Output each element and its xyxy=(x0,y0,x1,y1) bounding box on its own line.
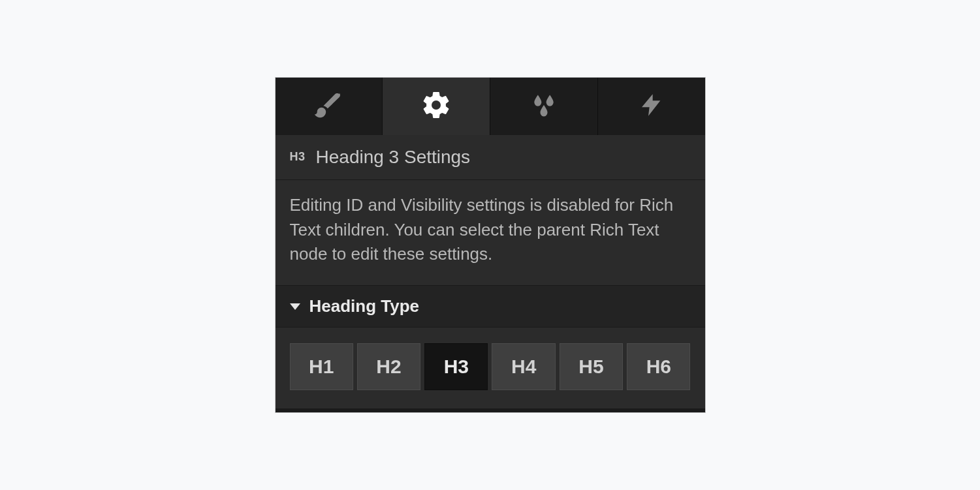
heading-type-h4[interactable]: H4 xyxy=(492,343,555,390)
h3-badge-icon: H3 xyxy=(290,150,306,164)
heading-type-section-header[interactable]: Heading Type xyxy=(276,286,705,328)
tab-settings[interactable] xyxy=(383,78,490,135)
tab-interactions[interactable] xyxy=(598,78,705,135)
heading-type-h6[interactable]: H6 xyxy=(627,343,690,390)
heading-type-h3[interactable]: H3 xyxy=(424,343,488,390)
heading-type-h2[interactable]: H2 xyxy=(357,343,420,390)
panel-title-row: H3 Heading 3 Settings xyxy=(276,135,705,180)
heading-type-h5[interactable]: H5 xyxy=(560,343,623,390)
bolt-icon xyxy=(639,92,665,121)
gear-icon xyxy=(420,89,452,123)
droplets-icon xyxy=(530,91,558,122)
caret-down-icon xyxy=(290,303,300,310)
brush-icon xyxy=(313,90,343,123)
tab-style[interactable] xyxy=(276,78,383,135)
panel-title: Heading 3 Settings xyxy=(316,147,471,168)
tab-effects[interactable] xyxy=(490,78,598,135)
heading-type-label: Heading Type xyxy=(309,296,420,316)
panel-divider xyxy=(276,408,705,412)
heading-type-options: H1 H2 H3 H4 H5 H6 xyxy=(276,328,705,408)
heading-type-h1[interactable]: H1 xyxy=(290,343,353,390)
settings-panel: H3 Heading 3 Settings Editing ID and Vis… xyxy=(276,78,705,412)
panel-tabs xyxy=(276,78,705,135)
settings-disabled-notice: Editing ID and Visibility settings is di… xyxy=(276,180,705,286)
